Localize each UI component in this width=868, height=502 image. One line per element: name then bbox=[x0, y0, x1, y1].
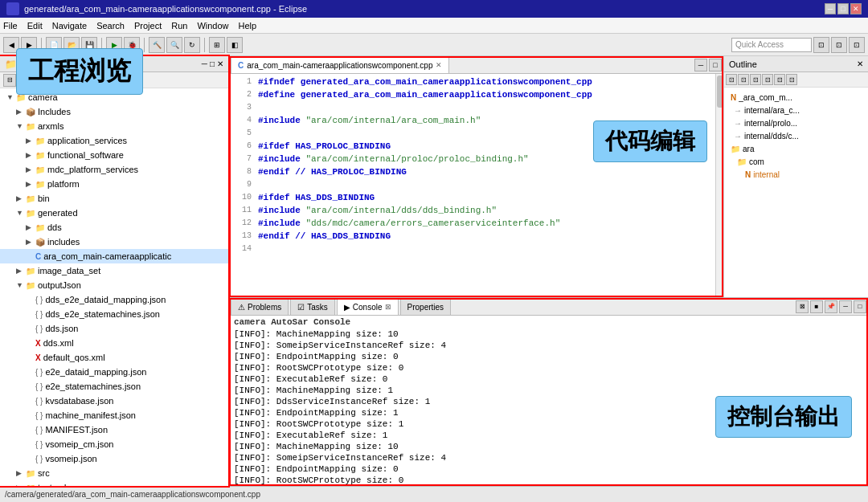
status-bar: /camera/generated/ara_com_main-cameraapp… bbox=[0, 486, 868, 502]
editor-maximize-btn[interactable]: □ bbox=[709, 59, 722, 71]
outline-item-2[interactable]: → internal/ara_c... bbox=[727, 104, 865, 116]
c-file-icon: C bbox=[35, 252, 41, 261]
tb-fwd-btn[interactable]: ▶ bbox=[21, 37, 37, 53]
tab-close-btn[interactable]: ✕ bbox=[436, 61, 442, 69]
tb-refresh-btn[interactable]: ↻ bbox=[184, 37, 200, 53]
tree-item-kvs[interactable]: { } kvsdatabase.json bbox=[0, 394, 228, 408]
tree-item-dds-e2e-state[interactable]: { } dds_e2e_statemachines.json bbox=[0, 307, 228, 321]
tb-extra1-btn[interactable]: ⊡ bbox=[813, 37, 829, 53]
tree-item-camera[interactable]: ▼ 📁 camera bbox=[0, 90, 228, 104]
tree-item-ara-com[interactable]: C ara_com_main-cameraapplicatic bbox=[0, 249, 228, 263]
tree-item-e2e-state[interactable]: { } e2e_statemachines.json bbox=[0, 379, 228, 394]
tree-item-func[interactable]: ▶ 📁 functional_software bbox=[0, 148, 228, 162]
tb-extra2-btn[interactable]: ⊡ bbox=[831, 37, 847, 53]
tab-tasks[interactable]: ☑ Tasks bbox=[290, 299, 335, 315]
tree-item-dds-json[interactable]: { } dds.json bbox=[0, 321, 228, 336]
outline-close-btn[interactable]: ✕ bbox=[857, 59, 863, 68]
tree-item-dds-xml[interactable]: X dds.xml bbox=[0, 336, 228, 350]
tree-item-arxmls[interactable]: ▼ 📁 arxmls bbox=[0, 119, 228, 133]
code-editor[interactable]: 1 #ifndef generated_ara_com_main_cameraa… bbox=[229, 74, 723, 297]
tb-back-btn[interactable]: ◀ bbox=[3, 37, 19, 53]
outline-folder-2: 📁 bbox=[737, 157, 747, 166]
tree-item-manifest[interactable]: { } MANIFEST.json bbox=[0, 422, 228, 437]
menu-help[interactable]: Help bbox=[239, 21, 257, 31]
tree-item-dds[interactable]: ▶ 📁 dds bbox=[0, 220, 228, 235]
main-layout: 📁 Project Explorer ⊠ ─ □ ✕ ⊟ 🔗 ▼ ≡ ▼ 📁 c… bbox=[0, 56, 868, 486]
console-minimize-btn[interactable]: ─ bbox=[839, 300, 852, 313]
outline-btn4[interactable]: ⊡ bbox=[762, 74, 773, 85]
tree-item-dds-e2e-dataid[interactable]: { } dds_e2e_dataid_mapping.json bbox=[0, 292, 228, 307]
console-maximize-btn[interactable]: □ bbox=[854, 300, 866, 313]
explorer-maximize-btn[interactable]: □ bbox=[210, 59, 215, 68]
tb-save-btn[interactable]: 💾 bbox=[81, 37, 97, 53]
menu-search[interactable]: Search bbox=[96, 21, 125, 31]
tree-item-bin[interactable]: ▶ 📁 bin bbox=[0, 191, 228, 206]
tree-item-mdc[interactable]: ▶ 📁 mdc_platform_services bbox=[0, 162, 228, 177]
console-pin-btn[interactable]: 📌 bbox=[825, 300, 837, 313]
project-tree: ▼ 📁 camera ▶ 📦 Includes ▼ 📁 arxmls ▶ bbox=[0, 88, 228, 486]
editor-scrollbar-thumb[interactable] bbox=[717, 76, 723, 108]
outline-btn3[interactable]: ⊡ bbox=[750, 74, 761, 85]
tb-run-btn[interactable]: ▶ bbox=[106, 37, 122, 53]
tb-search-btn[interactable]: 🔍 bbox=[166, 37, 182, 53]
tree-item-machine[interactable]: { } machine_manifest.json bbox=[0, 408, 228, 422]
menu-project[interactable]: Project bbox=[134, 21, 162, 31]
menu-run[interactable]: Run bbox=[171, 21, 187, 31]
minimize-btn[interactable]: ─ bbox=[825, 3, 836, 14]
tree-filter-btn[interactable]: ▼ bbox=[32, 74, 45, 87]
tb-perspective-btn[interactable]: ⊞ bbox=[209, 37, 225, 53]
outline-btn5[interactable]: ⊡ bbox=[774, 74, 785, 85]
tab-problems[interactable]: ⚠ Problems bbox=[231, 299, 289, 315]
collapse-all-btn[interactable]: ⊟ bbox=[3, 74, 16, 87]
menu-file[interactable]: File bbox=[3, 21, 18, 31]
explorer-close-btn[interactable]: ✕ bbox=[217, 59, 223, 68]
menu-edit[interactable]: Edit bbox=[27, 21, 43, 31]
tree-item-image[interactable]: ▶ 📁 image_data_set bbox=[0, 263, 228, 278]
tb-view-btn[interactable]: ◧ bbox=[227, 37, 243, 53]
tree-item-testcode[interactable]: ▶ 📁 testcode bbox=[0, 480, 228, 486]
editor-vscrollbar[interactable] bbox=[715, 74, 723, 297]
tree-item-output[interactable]: ▼ 📁 outputJson bbox=[0, 278, 228, 292]
quick-access-bar[interactable]: Quick Access bbox=[731, 38, 812, 52]
tb-build-btn[interactable]: 🔨 bbox=[149, 37, 165, 53]
tree-item-includes[interactable]: ▶ 📦 Includes bbox=[0, 104, 228, 119]
tree-item-includes2[interactable]: ▶ 📦 includes bbox=[0, 235, 228, 249]
tree-item-vsomeip-cm[interactable]: { } vsomeip_cm.json bbox=[0, 437, 228, 451]
console-clear-btn[interactable]: ⊠ bbox=[796, 300, 809, 313]
tree-item-e2e-dataid[interactable]: { } e2e_dataid_mapping.json bbox=[0, 365, 228, 379]
tb-debug-btn[interactable]: 🐞 bbox=[124, 37, 140, 53]
close-btn[interactable]: ✕ bbox=[850, 3, 862, 14]
tree-item-default-qos[interactable]: X default_qos.xml bbox=[0, 350, 228, 365]
outline-item-6[interactable]: 📁 com bbox=[727, 155, 865, 168]
tree-item-src[interactable]: ▶ 📁 src bbox=[0, 466, 228, 480]
tb-open-btn[interactable]: 📂 bbox=[63, 37, 80, 53]
menu-navigate[interactable]: Navigate bbox=[52, 21, 87, 31]
tree-item-generated[interactable]: ▼ 📁 generated bbox=[0, 206, 228, 220]
outline-btn2[interactable]: ⊡ bbox=[738, 74, 749, 85]
outline-item-4[interactable]: → internal/dds/c... bbox=[727, 129, 865, 142]
editor-tab-main[interactable]: C ara_com_main-cameraapplicationswcompon… bbox=[231, 57, 449, 73]
outline-btn1[interactable]: ⊡ bbox=[726, 74, 737, 85]
tb-new-btn[interactable]: 📄 bbox=[46, 37, 62, 53]
code-line-12: 12 #include "dds/mdc/camera/errors_camer… bbox=[229, 218, 723, 231]
menu-window[interactable]: Window bbox=[197, 21, 228, 31]
tree-menu-btn[interactable]: ≡ bbox=[47, 74, 59, 87]
tab-properties[interactable]: Properties bbox=[400, 299, 452, 315]
maximize-btn[interactable]: □ bbox=[837, 3, 849, 14]
tree-item-platform[interactable]: ▶ 📁 platform bbox=[0, 177, 228, 191]
explorer-minimize-btn[interactable]: ─ bbox=[202, 59, 207, 68]
outline-item-3[interactable]: → internal/prolo... bbox=[727, 116, 865, 129]
console-stop-btn[interactable]: ■ bbox=[810, 300, 823, 313]
outline-btn6[interactable]: ⊡ bbox=[786, 74, 797, 85]
tb-extra3-btn[interactable]: ⊡ bbox=[849, 37, 865, 53]
outline-item-7[interactable]: N internal bbox=[727, 168, 865, 181]
tree-item-app-services[interactable]: ▶ 📁 application_services bbox=[0, 133, 228, 148]
outline-item-1[interactable]: N _ara_com_m... bbox=[727, 91, 865, 104]
link-editor-btn[interactable]: 🔗 bbox=[18, 74, 31, 87]
tab-console[interactable]: ▶ Console ⊠ bbox=[337, 299, 399, 315]
code-content-area[interactable]: 1 #ifndef generated_ara_com_main_cameraa… bbox=[229, 74, 723, 297]
editor-minimize-btn[interactable]: ─ bbox=[694, 59, 707, 71]
window-controls[interactable]: ─ □ ✕ bbox=[825, 3, 862, 14]
tree-item-vsomeip[interactable]: { } vsomeip.json bbox=[0, 451, 228, 466]
outline-item-5[interactable]: 📁 ara bbox=[727, 142, 865, 155]
